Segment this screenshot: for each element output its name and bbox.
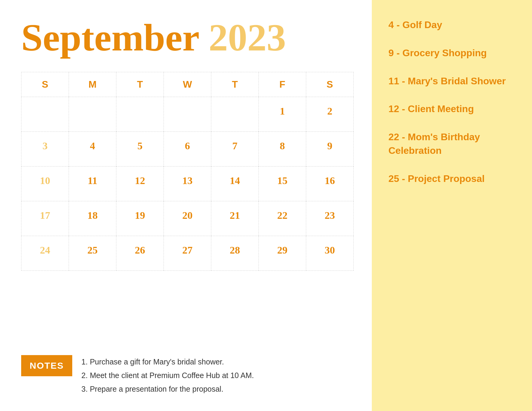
calendar-day-cell: 6 [164,132,211,167]
header: September 2023 [21,18,354,57]
sidebar-event: 12 - Client Meeting [388,102,515,116]
calendar-day-header: T [116,72,164,97]
calendar-day-cell: 17 [21,201,69,236]
year-title: 2023 [209,18,286,57]
notes-item: 3. Prepare a presentation for the propos… [81,382,254,396]
calendar-day-header: F [259,72,306,97]
calendar-table: SMTWTFS 12345678910111213141516171819202… [21,72,354,271]
month-title: September [21,18,199,57]
calendar-day-cell [211,97,259,132]
sidebar-event-text: 22 - Mom's Birthday Celebration [388,131,480,156]
calendar-week-row: 3456789 [21,132,354,167]
calendar-day-cell [164,97,211,132]
calendar-day-cell: 11 [69,167,116,201]
notes-item: 1. Purchase a gift for Mary's bridal sho… [81,355,254,369]
calendar-day-cell: 29 [259,236,306,271]
sidebar: 4 - Golf Day9 - Grocery Shopping11 - Mar… [372,0,532,411]
sidebar-event: 25 - Project Proposal [388,172,515,186]
calendar-day-cell: 14 [211,167,259,201]
sidebar-event: 22 - Mom's Birthday Celebration [388,130,515,157]
calendar-day-cell: 30 [306,236,354,271]
notes-section: NOTES 1. Purchase a gift for Mary's brid… [21,355,354,396]
calendar-day-header: S [306,72,354,97]
calendar-day-cell: 10 [21,167,69,201]
calendar-day-cell: 25 [69,236,116,271]
notes-label: NOTES [21,355,72,376]
calendar-day-cell: 28 [211,236,259,271]
calendar-day-cell: 2 [306,97,354,132]
calendar-day-header: S [21,72,69,97]
calendar-day-cell: 8 [259,132,306,167]
sidebar-event: 9 - Grocery Shopping [388,46,515,60]
sidebar-event: 4 - Golf Day [388,18,515,32]
calendar-day-cell: 27 [164,236,211,271]
calendar-day-cell: 19 [116,201,164,236]
calendar-week-row: 10111213141516 [21,167,354,201]
main-content: September 2023 SMTWTFS 12345678910111213… [0,0,372,411]
sidebar-event-text: 25 - Project Proposal [388,173,485,184]
calendar-week-row: 17181920212223 [21,201,354,236]
calendar-week-row: 12 [21,97,354,132]
calendar-day-cell: 21 [211,201,259,236]
calendar-day-cell [116,97,164,132]
calendar-day-cell [69,97,116,132]
calendar-header-row: SMTWTFS [21,72,354,97]
calendar-day-header: W [164,72,211,97]
calendar-day-cell: 20 [164,201,211,236]
calendar-day-cell: 15 [259,167,306,201]
calendar-day-cell: 1 [259,97,306,132]
calendar-day-cell: 4 [69,132,116,167]
calendar-day-header: M [69,72,116,97]
calendar-day-cell: 9 [306,132,354,167]
sidebar-event-text: 12 - Client Meeting [388,103,474,114]
calendar-day-cell: 18 [69,201,116,236]
calendar-day-cell: 23 [306,201,354,236]
calendar-day-header: T [211,72,259,97]
notes-item: 2. Meet the client at Premium Coffee Hub… [81,369,254,382]
calendar-day-cell: 7 [211,132,259,167]
calendar-day-cell: 16 [306,167,354,201]
calendar-day-cell: 3 [21,132,69,167]
calendar-day-cell: 12 [116,167,164,201]
sidebar-event-text: 9 - Grocery Shopping [388,47,487,58]
calendar-day-cell: 22 [259,201,306,236]
notes-text: 1. Purchase a gift for Mary's bridal sho… [81,355,254,396]
sidebar-event: 11 - Mary's Bridal Shower [388,74,515,88]
calendar-day-cell [21,97,69,132]
calendar-wrapper: SMTWTFS 12345678910111213141516171819202… [21,72,354,343]
calendar-day-cell: 26 [116,236,164,271]
calendar-day-cell: 5 [116,132,164,167]
sidebar-event-text: 11 - Mary's Bridal Shower [388,76,506,86]
calendar-day-cell: 24 [21,236,69,271]
calendar-day-cell: 13 [164,167,211,201]
calendar-week-row: 24252627282930 [21,236,354,271]
sidebar-event-text: 4 - Golf Day [388,19,442,30]
